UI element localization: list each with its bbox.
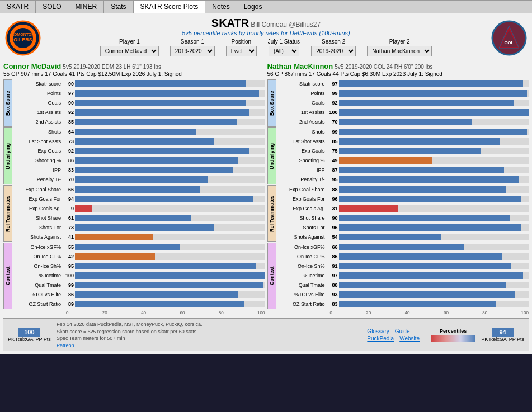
bar-value: 9: [63, 206, 75, 211]
section-group-rel-teammates-right: Rel TeammatesExp Goal Share88Exp Goals F…: [267, 185, 529, 242]
july1-select[interactable]: (All): [269, 46, 299, 56]
bar-label: Exp Goals For: [276, 196, 327, 202]
bar-label: Est Shot Assts: [276, 139, 327, 144]
bar-container: [75, 138, 265, 145]
bar-row: 1st Assists92: [12, 108, 265, 117]
bar-container: [339, 100, 529, 106]
bar-row: Est Shot Assts85: [276, 137, 529, 146]
svg-text:COL: COL: [504, 40, 514, 45]
bar-label: Exp Goals Ag.: [12, 206, 63, 211]
patreon-link[interactable]: Patreon: [57, 343, 74, 348]
nav-item-skatr-score-plots[interactable]: SKATR Score Plots: [134, 1, 206, 13]
bar-fill: [339, 253, 502, 260]
section-group-context-right: ContextOn-Ice xGF%66On-Ice CF%86On-Ice S…: [267, 243, 529, 309]
bar-fill: [75, 234, 153, 240]
x-axis-label: 40: [405, 310, 410, 315]
bar-value: 75: [327, 148, 339, 154]
bar-row: Exp Goals For94: [12, 195, 265, 203]
x-axis-label: 100: [257, 310, 265, 315]
section-group-box-score-left: Box ScoreSkatr score90Points97Goals901st…: [3, 79, 265, 127]
nav-item-solo[interactable]: SOLO: [36, 1, 68, 13]
bar-row: Goals90: [12, 98, 265, 107]
bar-label: Exp Goal Share: [276, 187, 327, 192]
nav-item-notes[interactable]: Notes: [205, 1, 237, 13]
bar-value: 93: [327, 292, 339, 297]
bar-value: 90: [327, 215, 339, 221]
bar-container: [339, 186, 529, 193]
bar-label: % Icetime: [12, 273, 63, 278]
bar-container: [75, 80, 265, 87]
bar-label: Shooting %: [12, 158, 63, 163]
bar-value: 70: [327, 119, 339, 125]
bar-value: 96: [327, 196, 339, 202]
bar-fill: [339, 215, 510, 221]
bar-label: Qual Tmate: [12, 282, 63, 288]
pk-label-right: PK RelxGA: [481, 337, 507, 342]
bar-row: Points99: [276, 89, 529, 98]
bar-fill: [75, 291, 238, 298]
section-group-underlying-right: UnderlyingShots99Est Shot Assts85Exp Goa…: [267, 127, 529, 184]
guide-link[interactable]: Guide: [395, 328, 410, 334]
bar-fill: [339, 176, 520, 183]
season2-select[interactable]: 2019-2020: [311, 46, 356, 56]
bar-label: Goals: [276, 100, 327, 106]
bar-container: [75, 100, 265, 106]
bar-value: 91: [327, 263, 339, 269]
bar-container: [75, 263, 265, 269]
bar-value: 88: [327, 187, 339, 192]
puckpedia-link[interactable]: PuckPedia: [367, 335, 394, 342]
bar-value: 55: [63, 244, 75, 250]
bar-value: 95: [327, 177, 339, 182]
nav-item-skatr[interactable]: SKATR: [0, 1, 36, 13]
bar-fill: [75, 224, 214, 231]
bar-value: 73: [63, 225, 75, 230]
bar-label: OZ Start Ratio: [12, 301, 63, 307]
bar-row: Shot Share90: [276, 214, 529, 222]
player1-select[interactable]: Connor McDavid: [100, 46, 159, 56]
bar-row: On-Ice CF%42: [12, 252, 265, 261]
bar-fill: [75, 100, 246, 106]
bar-value: 86: [63, 158, 75, 163]
user-text: Bill Comeau @Billius27: [251, 21, 321, 29]
bar-row: On-Ice Sh%91: [276, 262, 529, 271]
nav-item-logos[interactable]: Logos: [237, 1, 270, 13]
bar-fill: [339, 100, 514, 106]
bar-fill: [339, 109, 529, 116]
bars-right: Exp Goal Share88Exp Goals For96Exp Goals…: [276, 185, 529, 242]
bar-label: 2nd Assists: [276, 119, 327, 125]
nav-item-stats[interactable]: Stats: [104, 1, 133, 13]
bar-row: Shooting %86: [12, 156, 265, 165]
player-header-left: Connor McDavid 5v5 2019-2020 EDM 23 LH 6…: [3, 62, 265, 77]
section-label-right: Rel Teammates: [267, 185, 276, 242]
position-select[interactable]: Fwd: [226, 46, 257, 56]
percentile-gradient: [431, 335, 475, 342]
player2-select[interactable]: Nathan MacKinnon: [367, 46, 432, 56]
nav-item-miner[interactable]: MINER: [68, 1, 104, 13]
website-link[interactable]: Website: [399, 335, 420, 342]
bar-row: Exp Goals Ag.9: [12, 204, 265, 213]
bar-container: [75, 205, 265, 212]
bar-value: 61: [63, 215, 75, 221]
section-group-underlying-left: UnderlyingShots64Est Shot Assts73Exp Goa…: [3, 127, 265, 184]
bar-label: Penalty +/-: [12, 177, 63, 182]
bar-container: [75, 234, 265, 240]
bar-value: 92: [63, 148, 75, 154]
player2-control: Player 2 Nathan MacKinnon: [367, 39, 432, 56]
bottom-bar: 100 PK RelxGA PP Pts Feb 14 2020 data Pu…: [3, 318, 529, 351]
position-label: Position: [232, 39, 252, 45]
bottom-left: 100 PK RelxGA PP Pts: [8, 328, 51, 342]
bar-container: [75, 196, 265, 202]
bar-fill: [75, 263, 256, 269]
bar-row: Qual Tmate99: [12, 281, 265, 290]
bar-fill: [75, 176, 208, 183]
bar-value: 85: [63, 119, 75, 125]
season1-select[interactable]: 2019-2020: [170, 46, 215, 56]
bar-label: Est Shot Assts: [12, 139, 63, 144]
glossary-link[interactable]: Glossary: [367, 328, 389, 334]
bars-right: Shots99Est Shot Assts85Exp Goals75Shooti…: [276, 127, 529, 184]
bar-fill: [339, 80, 523, 87]
bar-fill: [339, 129, 527, 135]
bar-row: Exp Goals92: [12, 146, 265, 155]
bar-fill: [75, 186, 200, 193]
bar-row: Exp Goal Share66: [12, 185, 265, 194]
